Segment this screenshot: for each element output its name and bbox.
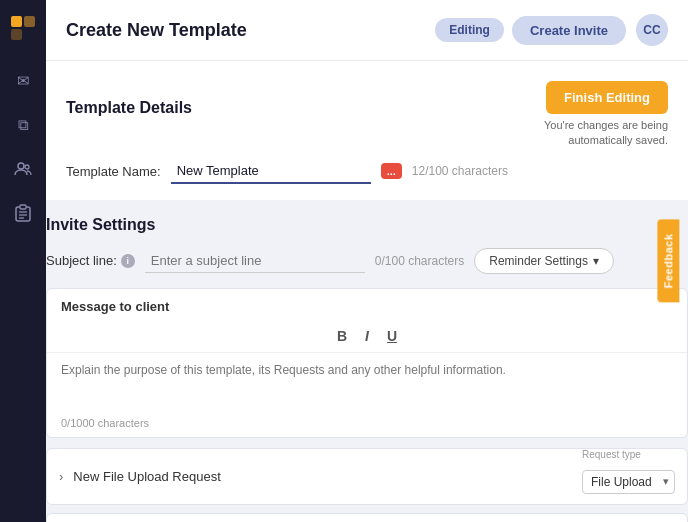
- message-card: Message to client B I U 0/1000 character…: [46, 288, 688, 438]
- message-label: Message to client: [47, 289, 687, 320]
- name-char-count: 12/100 characters: [412, 164, 508, 178]
- sidebar: ✉ ⧉: [0, 0, 46, 522]
- subject-label: Subject line: i: [46, 253, 135, 268]
- request-type-label: Request type: [582, 449, 641, 460]
- svg-point-3: [18, 163, 24, 169]
- name-badge: ...: [381, 163, 402, 179]
- subject-info-icon: i: [121, 254, 135, 268]
- content-area: Template Details Finish Editing You're c…: [46, 61, 688, 200]
- request-type-group: Request type File Upload Text Input Sign…: [582, 459, 675, 494]
- main-content: Create New Template Editing Create Invit…: [46, 0, 688, 522]
- request-name: New File Upload Request: [73, 469, 582, 484]
- chevron-down-icon: ▾: [593, 254, 599, 268]
- svg-rect-6: [20, 205, 26, 209]
- svg-rect-2: [11, 29, 22, 40]
- bold-button[interactable]: B: [333, 326, 351, 346]
- template-name-label: Template Name:: [66, 164, 161, 179]
- editing-badge: Editing: [435, 18, 504, 42]
- sidebar-item-users[interactable]: [12, 158, 34, 180]
- avatar: CC: [636, 14, 668, 46]
- invite-settings-section: Invite Settings Subject line: i 0/100 ch…: [46, 200, 688, 522]
- page-title: Create New Template: [66, 20, 435, 41]
- svg-point-4: [25, 165, 29, 169]
- sidebar-logo: [9, 14, 37, 42]
- italic-button[interactable]: I: [361, 326, 373, 346]
- underline-button[interactable]: U: [383, 326, 401, 346]
- header-right: Finish Editing You're changes are being …: [544, 81, 668, 149]
- template-details-title: Template Details: [66, 99, 192, 117]
- request-item: › New File Upload Request Request type F…: [46, 448, 688, 505]
- create-invite-button[interactable]: Create Invite: [512, 16, 626, 45]
- create-request-row[interactable]: + Create a Request: [46, 513, 688, 522]
- template-name-row: Template Name: ... 12/100 characters: [66, 159, 668, 184]
- template-name-input[interactable]: [171, 159, 371, 184]
- svg-rect-1: [24, 16, 35, 27]
- feedback-tab[interactable]: Feedback: [658, 220, 680, 303]
- reminder-settings-button[interactable]: Reminder Settings ▾: [474, 248, 614, 274]
- chevron-right-icon[interactable]: ›: [59, 469, 63, 484]
- subject-char-count: 0/100 characters: [375, 254, 464, 268]
- message-char-count: 0/1000 characters: [47, 415, 687, 437]
- message-textarea[interactable]: [47, 353, 687, 411]
- svg-rect-0: [11, 16, 22, 27]
- page-header: Create New Template Editing Create Invit…: [46, 0, 688, 61]
- auto-save-notice: You're changes are being automatically s…: [544, 118, 668, 149]
- finish-editing-button[interactable]: Finish Editing: [546, 81, 668, 114]
- sidebar-item-copy[interactable]: ⧉: [12, 114, 34, 136]
- subject-row: Subject line: i 0/100 characters Reminde…: [46, 248, 688, 274]
- request-type-select[interactable]: File Upload Text Input Signature: [582, 470, 675, 494]
- sidebar-item-mail[interactable]: ✉: [12, 70, 34, 92]
- request-type-select-wrapper: File Upload Text Input Signature: [582, 470, 675, 494]
- invite-settings-title: Invite Settings: [46, 216, 688, 234]
- message-toolbar: B I U: [47, 320, 687, 353]
- subject-input[interactable]: [145, 249, 365, 273]
- sidebar-item-clipboard[interactable]: [12, 202, 34, 224]
- template-details-header: Template Details Finish Editing You're c…: [66, 81, 668, 149]
